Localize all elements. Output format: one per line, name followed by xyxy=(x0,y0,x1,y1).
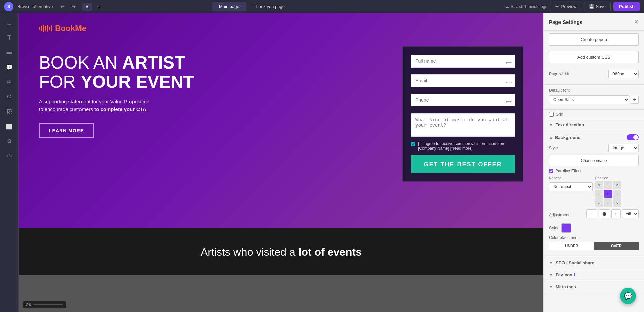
pos-top-left[interactable]: ↖ xyxy=(595,181,603,189)
wave-bar-4 xyxy=(45,26,46,31)
music-textarea[interactable] xyxy=(411,113,515,137)
default-font-row: Default font xyxy=(549,88,639,93)
sidebar-divider-icon[interactable]: ▬ xyxy=(3,46,16,59)
panel-close-button[interactable]: ✕ xyxy=(634,18,639,26)
headline-artist: ARTIST xyxy=(122,53,185,72)
publish-button[interactable]: Publish xyxy=(613,2,640,11)
chat-icon: 💬 xyxy=(624,292,632,300)
cloud-icon: ☁ xyxy=(505,4,509,9)
favicon-section[interactable]: ▼ Favicon ℹ xyxy=(544,269,644,281)
hero-section: BookMe BOOK AN ARTIST FOR YOUR EVENT A s… xyxy=(19,13,543,228)
sidebar-code-icon[interactable]: </> xyxy=(3,149,16,163)
placement-over-button[interactable]: OVER xyxy=(594,242,639,250)
background-title: Background xyxy=(555,135,581,140)
adj-right-btn[interactable]: ↕ xyxy=(611,209,621,218)
text-direction-section[interactable]: ▼ Text direction xyxy=(544,119,644,131)
pos-bottom-left[interactable]: ↙ xyxy=(595,198,603,207)
parallax-checkbox[interactable] xyxy=(549,169,553,173)
preview-button[interactable]: 👁 Preview xyxy=(550,2,581,11)
create-popup-button[interactable]: Create popup xyxy=(549,33,639,46)
undo-button[interactable]: ↩ xyxy=(58,3,67,10)
logo-letter: S xyxy=(7,4,10,9)
app-logo: S xyxy=(4,2,13,11)
consent-checkbox[interactable] xyxy=(411,142,415,146)
wave-bar-3 xyxy=(43,25,44,32)
default-font-label: Default font xyxy=(549,88,570,93)
sidebar-layout-icon[interactable]: ⊞ xyxy=(3,75,16,89)
mobile-device-button[interactable]: 📱 xyxy=(93,3,104,11)
sidebar-integration-icon[interactable]: ⚙ xyxy=(3,134,16,148)
adjustment-label: Adjustment xyxy=(549,213,569,217)
email-input[interactable] xyxy=(411,74,515,87)
pos-middle-left[interactable]: ← xyxy=(595,190,603,198)
grid-row: Grid xyxy=(544,110,644,119)
pos-top-center[interactable]: ↑ xyxy=(604,181,612,189)
adj-center-btn[interactable]: ⬤ xyxy=(599,209,610,218)
text-direction-chevron: ▼ xyxy=(549,123,553,127)
fullname-input[interactable] xyxy=(411,55,515,68)
chat-bubble[interactable]: 💬 xyxy=(620,288,636,304)
email-input-icon: ⟺ xyxy=(506,80,512,85)
learn-more-button[interactable]: LEARN MORE xyxy=(39,123,94,138)
cta-button[interactable]: GET THE BEST OFFER xyxy=(411,155,515,173)
font-selector-row: Open Sans + xyxy=(549,95,639,104)
add-custom-css-button[interactable]: Add custom CSS xyxy=(549,51,639,63)
adjustment-select[interactable]: Fill xyxy=(622,209,639,218)
fullname-field-wrapper: ⟺ xyxy=(411,55,515,71)
sidebar-text-icon[interactable]: T xyxy=(3,31,16,44)
below-hero-section: Artists who visited a lot of events xyxy=(19,228,543,275)
headline-line2: FOR YOUR EVENT xyxy=(39,72,389,91)
panel-title: Page Settings xyxy=(549,19,582,25)
sidebar-shape-icon[interactable]: ⬜ xyxy=(3,120,16,133)
redo-button[interactable]: ↪ xyxy=(69,3,78,10)
left-sidebar: ☰ T ▬ 💬 ⊞ ⏱ 🖼 ⬜ ⚙ </> xyxy=(0,13,19,312)
style-select[interactable]: Image xyxy=(608,144,639,152)
hero-headline: BOOK AN ARTIST FOR YOUR EVENT xyxy=(39,53,389,91)
repeat-col: Repeat No repeat xyxy=(549,176,593,207)
color-label: Color xyxy=(549,226,559,230)
form-card: ⟺ ⟺ ⟺ [ ] I agree to r xyxy=(402,46,523,182)
pos-top-right[interactable]: ↗ xyxy=(613,181,621,189)
placement-under-button[interactable]: UNDER xyxy=(549,242,594,250)
thank-you-page-tab[interactable]: Thank you page xyxy=(247,2,291,11)
main-page-tab[interactable]: Main page xyxy=(212,2,246,11)
adjustment-controls: ↔ ⬤ ↕ Fill xyxy=(586,209,639,218)
hero-left-content: BOOK AN ARTIST FOR YOUR EVENT A supporti… xyxy=(39,46,389,138)
wave-bar-2 xyxy=(41,26,42,31)
zoom-value: 0% xyxy=(26,303,32,307)
position-label: Position xyxy=(595,176,639,180)
change-image-button[interactable]: Change image xyxy=(549,155,639,166)
preview-icon: 👁 xyxy=(555,4,559,9)
font-select[interactable]: Open Sans xyxy=(549,95,629,104)
color-swatch[interactable] xyxy=(561,223,571,233)
background-title-row: ▲ Background xyxy=(549,135,581,140)
right-panel: Page Settings ✕ Create popup Add custom … xyxy=(543,13,644,312)
project-title: Brevo - alternative xyxy=(17,4,53,9)
hero-content: BookMe BOOK AN ARTIST FOR YOUR EVENT A s… xyxy=(19,13,543,192)
save-button[interactable]: 💾 Save xyxy=(584,2,611,11)
pos-middle-right[interactable]: → xyxy=(613,190,621,198)
adj-left-btn[interactable]: ↔ xyxy=(586,209,597,218)
sidebar-comment-icon[interactable]: 💬 xyxy=(3,60,16,74)
save-icon: 💾 xyxy=(589,4,594,9)
favicon-chevron: ▼ xyxy=(549,273,553,277)
pos-bottom-right[interactable]: ↘ xyxy=(613,198,621,207)
consent-label: [ ] I agree to receive commercial inform… xyxy=(418,141,515,151)
wave-bar-6 xyxy=(49,27,50,30)
pos-bottom-center[interactable]: ↓ xyxy=(604,198,612,207)
style-row: Style Image xyxy=(549,144,639,152)
pos-center[interactable]: · xyxy=(604,190,612,198)
repeat-select[interactable]: No repeat xyxy=(549,182,593,191)
desktop-device-button[interactable]: 🖥 xyxy=(82,3,92,11)
phone-input[interactable] xyxy=(411,94,515,106)
sidebar-timer-icon[interactable]: ⏱ xyxy=(3,90,16,103)
wave-bar-1 xyxy=(39,27,40,30)
add-font-button[interactable]: + xyxy=(631,96,639,104)
grid-checkbox[interactable] xyxy=(549,112,554,117)
sidebar-image-icon[interactable]: 🖼 xyxy=(3,105,16,118)
background-toggle[interactable] xyxy=(627,134,639,140)
page-width-select[interactable]: 960px xyxy=(608,70,639,78)
sidebar-menu-icon[interactable]: ☰ xyxy=(3,16,16,30)
canvas-area: BookMe BOOK AN ARTIST FOR YOUR EVENT A s… xyxy=(19,13,543,312)
seo-social-section[interactable]: ▼ SEO / Social share xyxy=(544,257,644,269)
